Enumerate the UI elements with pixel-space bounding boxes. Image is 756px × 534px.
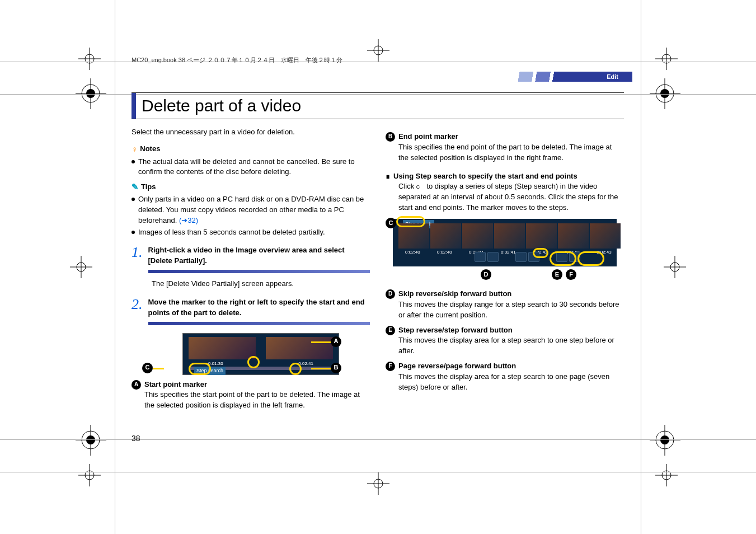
sub-heading-d: DSkip reverse/skip forward button bbox=[386, 289, 624, 299]
highlight-ring bbox=[577, 251, 604, 266]
trim-line bbox=[115, 0, 115, 534]
sub-heading-text: End point marker bbox=[398, 132, 458, 142]
sub-heading-e: EStep reverse/step forward button bbox=[386, 325, 624, 336]
step-body: Move the marker to the right or left to … bbox=[148, 297, 370, 325]
trim-line bbox=[0, 439, 756, 440]
sub-heading-text: Step reverse/step forward button bbox=[398, 325, 513, 336]
lightbulb-icon: ♀ bbox=[132, 143, 138, 156]
step-2: 2. Move the marker to the right or left … bbox=[132, 297, 370, 325]
page-number: 38 bbox=[132, 434, 140, 443]
callout-label-a: A bbox=[331, 336, 341, 347]
bullet-icon bbox=[132, 160, 135, 163]
title-bar: Delete part of a video bbox=[132, 92, 624, 119]
block-heading: ∎Using Step search to specify the start … bbox=[386, 171, 624, 182]
step-caption: The [Delete Video Partially] screen appe… bbox=[152, 279, 370, 289]
tip-item: Only parts in a video on a PC hard disk … bbox=[132, 194, 370, 226]
callout-label-c: C bbox=[142, 363, 153, 373]
step-thumb bbox=[494, 223, 525, 249]
crop-mark bbox=[655, 48, 678, 70]
section-tab: Edit bbox=[573, 72, 632, 82]
step-thumb bbox=[526, 223, 557, 249]
tip-text: Images of less than 5 seconds cannot be … bbox=[138, 227, 325, 238]
crop-mark bbox=[650, 425, 680, 456]
letter-badge: D bbox=[386, 289, 395, 299]
preview-frame bbox=[189, 337, 256, 359]
step-text: Move the marker to the right or left to … bbox=[148, 298, 365, 317]
sub-body-b: This specifies the end point of the part… bbox=[398, 142, 624, 163]
right-column: BEnd point marker This specifies the end… bbox=[386, 127, 624, 411]
letter-badge: B bbox=[386, 132, 395, 142]
document-page: { "header_line": "MC20_eng.book 38 ページ ２… bbox=[0, 0, 756, 534]
crop-mark bbox=[70, 256, 92, 278]
tips-label: Tips bbox=[141, 182, 156, 193]
notes-label: Notes bbox=[140, 144, 160, 154]
callout-label-e: E bbox=[552, 269, 562, 280]
bullet-icon bbox=[132, 231, 135, 234]
crop-mark bbox=[367, 472, 389, 495]
letter-badge: E bbox=[386, 326, 395, 335]
sub-body-d: This moves the display range for a step … bbox=[398, 299, 624, 321]
letter-badge-inline: C bbox=[416, 184, 425, 192]
highlight-ring bbox=[533, 248, 548, 258]
step-body: Right-click a video in the Image overvie… bbox=[148, 245, 370, 273]
note-text: The actual data will be deleted and cann… bbox=[138, 157, 370, 178]
sub-heading-text: Skip reverse/skip forward button bbox=[398, 289, 511, 299]
tips-heading: ✎ Tips bbox=[132, 181, 370, 193]
tip-text: Only parts in a video on a PC hard disk … bbox=[138, 194, 370, 226]
crop-mark bbox=[78, 464, 101, 486]
highlight-ring bbox=[396, 216, 425, 227]
step-thumb bbox=[558, 223, 589, 249]
two-column-layout: Select the unnecessary part in a video f… bbox=[132, 127, 624, 411]
page-ref-link[interactable]: (➜32) bbox=[179, 216, 198, 224]
highlight-ring bbox=[189, 363, 211, 375]
callout-line bbox=[311, 368, 331, 369]
note-item: The actual data will be deleted and cann… bbox=[132, 157, 370, 178]
step-thumb bbox=[430, 223, 461, 249]
callout-label-c: C bbox=[386, 218, 396, 228]
trim-line bbox=[641, 0, 641, 534]
notes-heading: ♀ Notes bbox=[132, 143, 370, 156]
screenshot-2: Step search 0:02:40 0:02:40 0:02:41 0:02… bbox=[393, 219, 617, 266]
crop-mark bbox=[78, 48, 101, 70]
callout-line bbox=[153, 368, 164, 369]
letter-badge: A bbox=[132, 380, 141, 390]
step-number: 2. bbox=[132, 297, 143, 325]
step-divider bbox=[148, 322, 370, 325]
tip-item: Images of less than 5 seconds cannot be … bbox=[132, 227, 370, 238]
print-header: MC20_eng.book 38 ページ ２００７年１０月２４日 水曜日 午後２… bbox=[132, 56, 342, 64]
step-number: 1. bbox=[132, 245, 143, 273]
callout-label-f: F bbox=[566, 269, 576, 280]
letter-badge: F bbox=[386, 362, 395, 371]
callout-label-d: D bbox=[481, 269, 491, 280]
crop-mark bbox=[664, 256, 686, 278]
sub-body-e: This moves the display area for a step s… bbox=[398, 335, 624, 357]
callout-label-b: B bbox=[331, 363, 341, 373]
crop-mark bbox=[655, 464, 678, 486]
sub-body-a: This specifies the start point of the pa… bbox=[144, 390, 370, 411]
trim-line bbox=[0, 472, 756, 472]
sub-heading-text: Start point marker bbox=[144, 380, 207, 390]
callout-line bbox=[311, 341, 331, 343]
left-column: Select the unnecessary part in a video f… bbox=[132, 127, 370, 411]
skip-buttons bbox=[475, 252, 499, 263]
block-body: Click C to display a series of steps (St… bbox=[398, 181, 624, 213]
highlight-ring bbox=[247, 356, 260, 368]
step-reverse-button bbox=[515, 252, 527, 262]
step-thumb bbox=[462, 223, 493, 249]
step-1: 1. Right-click a video in the Image over… bbox=[132, 245, 370, 273]
screenshot-2-wrap: Step search 0:02:40 0:02:40 0:02:41 0:02… bbox=[386, 219, 624, 266]
sub-heading-f: FPage reverse/page forward button bbox=[386, 361, 624, 372]
screenshot-1-wrap: 0:01:30 0:02:41 Step search A B C bbox=[152, 333, 370, 375]
skip-forward-button bbox=[487, 252, 499, 262]
highlight-ring bbox=[289, 363, 302, 375]
step-text: Right-click a video in the Image overvie… bbox=[148, 246, 345, 265]
tips-icon: ✎ bbox=[132, 181, 139, 193]
crop-mark bbox=[76, 425, 106, 456]
square-bullet-icon: ∎ bbox=[386, 171, 390, 182]
page-title: Delete part of a video bbox=[142, 96, 624, 115]
step-thumb bbox=[590, 223, 621, 249]
step-divider bbox=[148, 270, 370, 273]
highlight-ring bbox=[550, 251, 576, 266]
bullet-icon bbox=[132, 198, 135, 201]
sub-heading-a: AStart point marker bbox=[132, 380, 370, 390]
